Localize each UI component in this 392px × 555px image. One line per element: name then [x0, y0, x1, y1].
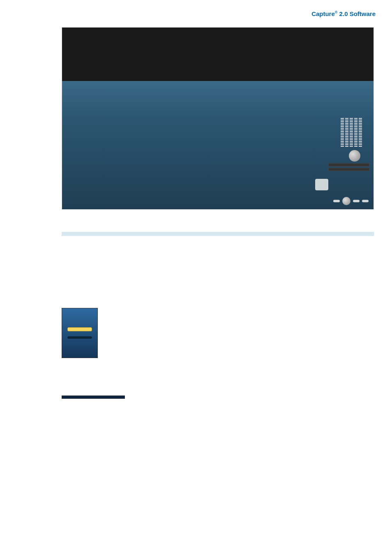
- product-name: Capture® 2.0 Software: [311, 10, 376, 18]
- right-meters: [341, 118, 369, 147]
- info-box-1: [328, 163, 369, 166]
- pan-button: [362, 200, 369, 202]
- bottom-buttons: [333, 197, 369, 205]
- bottom-knob: [342, 197, 350, 205]
- page-header: Capture® 2.0 Software: [0, 0, 392, 21]
- post-digout-figure: [62, 308, 98, 358]
- prev-button: [333, 200, 340, 202]
- playback-routing-screenshot: [62, 27, 374, 210]
- track-column-figure: [62, 395, 125, 399]
- right-panel: [328, 118, 369, 200]
- mixer-panel: [62, 81, 374, 209]
- header-right: Capture® 2.0 Software: [311, 10, 376, 18]
- meter-bridge: [62, 28, 374, 81]
- right-knob: [349, 150, 360, 162]
- dig-out-button: [67, 336, 92, 339]
- section-heading: [62, 232, 374, 236]
- track-column-header: [62, 396, 125, 398]
- next-button: [353, 200, 360, 202]
- header-left: [33, 10, 45, 18]
- post-button: [67, 327, 92, 331]
- info-box-2: [328, 168, 369, 171]
- bottom-channel-box: [315, 179, 328, 190]
